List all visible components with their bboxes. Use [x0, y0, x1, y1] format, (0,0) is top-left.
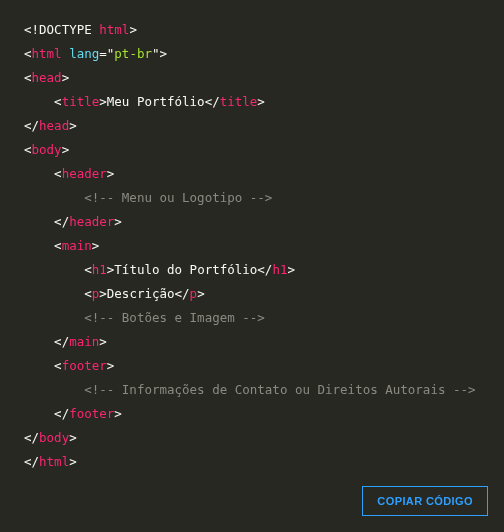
- code-block-panel: <!DOCTYPE html> <html lang="pt-br"> <hea…: [0, 0, 504, 532]
- copy-code-button[interactable]: COPIAR CÓDIGO: [362, 486, 488, 516]
- code-snippet: <!DOCTYPE html> <html lang="pt-br"> <hea…: [8, 12, 496, 474]
